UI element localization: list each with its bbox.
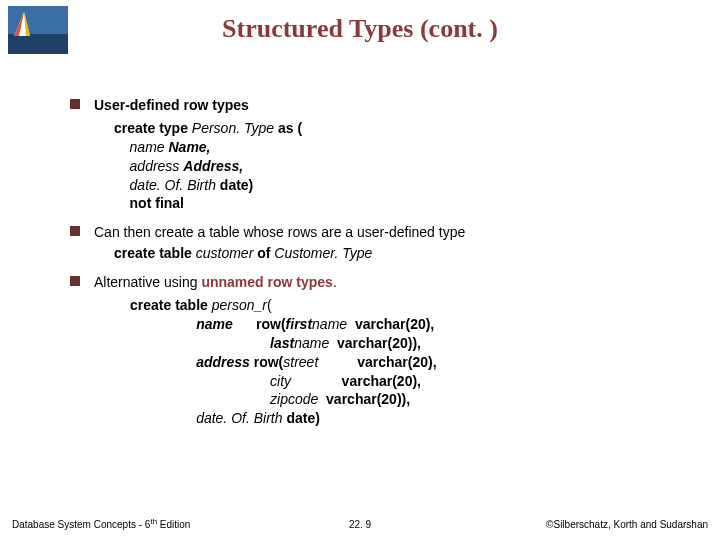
slide-title: Structured Types (cont. ) xyxy=(0,0,720,44)
svg-rect-1 xyxy=(8,34,68,54)
highlight-unnamed-row-types: unnamed row types xyxy=(201,274,332,290)
bullet-user-defined-row-types: User-defined row types xyxy=(70,96,690,115)
footer-copyright: ©Silberschatz, Korth and Sudarshan xyxy=(546,519,708,530)
bullet-label: Can then create a table whose rows are a… xyxy=(94,224,465,240)
bullet-create-table-typed: Can then create a table whose rows are a… xyxy=(70,223,690,263)
code-create-table-customer: create table customer of Customer. Type xyxy=(94,244,690,263)
code-create-table-person-r: create table person_r( name row(firstnam… xyxy=(70,296,690,428)
slide-content: User-defined row types create type Perso… xyxy=(70,86,690,428)
bullet-label: User-defined row types xyxy=(94,97,249,113)
bullet-unnamed-row-types: Alternative using unnamed row types. xyxy=(70,273,690,292)
slide: Structured Types (cont. ) User-defined r… xyxy=(0,0,720,540)
code-create-type: create type Person. Type as ( name Name,… xyxy=(70,119,690,213)
logo-thumbnail xyxy=(8,6,68,54)
